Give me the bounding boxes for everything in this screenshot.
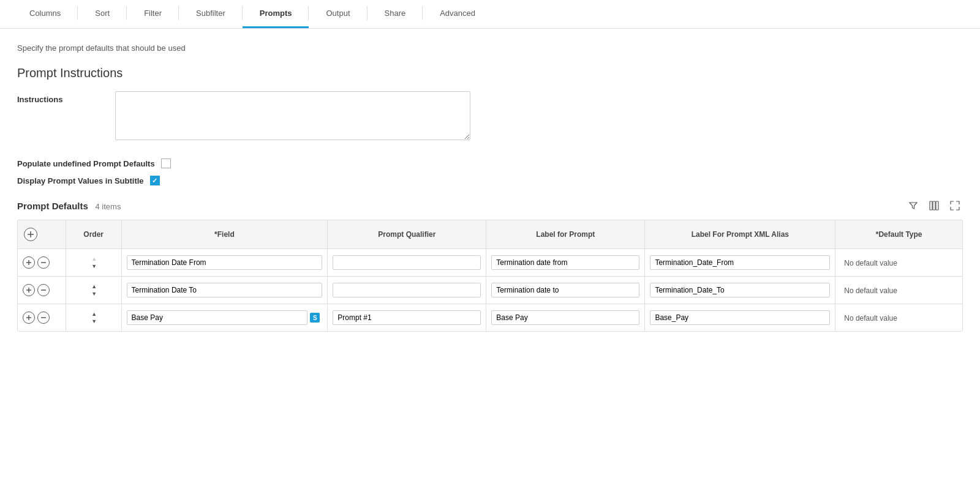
prompt-defaults-header: Prompt Defaults 4 items	[17, 198, 963, 214]
row2-add-button[interactable]	[23, 284, 35, 296]
row1-down-arrow[interactable]: ▼	[91, 263, 97, 269]
row3-add-button[interactable]	[23, 312, 35, 324]
svg-rect-0	[930, 201, 932, 210]
display-label: Display Prompt Values in Subtitle	[17, 176, 144, 185]
row2-label-xml-alias-input[interactable]	[650, 283, 830, 297]
row3-prompt-qualifier-input[interactable]	[333, 310, 481, 325]
row2-order-arrows: ▲ ▼	[91, 283, 97, 297]
table-row: ▲ ▼ S	[18, 304, 962, 332]
row3-actions	[18, 304, 66, 332]
row3-order: ▲ ▼	[66, 304, 121, 332]
expand-icon[interactable]	[947, 198, 963, 214]
tabs-bar: Columns Sort Filter Subfilter Prompts Ou…	[0, 0, 980, 29]
row2-label-xml-alias	[645, 277, 835, 304]
columns-icon[interactable]	[926, 198, 942, 214]
row2-field-input[interactable]	[127, 283, 323, 297]
section-title: Prompt Instructions	[17, 66, 963, 80]
row1-order-arrows: ▲ ▼	[91, 256, 97, 269]
display-row: Display Prompt Values in Subtitle	[17, 176, 963, 185]
row1-default-type-text: No default value	[840, 259, 897, 267]
row2-prompt-qualifier	[328, 277, 486, 304]
row1-label-for-prompt	[486, 249, 645, 277]
th-label-xml-alias: Label For Prompt XML Alias	[645, 220, 835, 249]
instructions-row: Instructions	[17, 91, 963, 140]
row3-down-arrow[interactable]: ▼	[91, 318, 97, 324]
page-subtitle: Specify the prompt defaults that should …	[17, 43, 963, 53]
row1-field	[121, 249, 328, 277]
populate-row: Populate undefined Prompt Defaults	[17, 159, 963, 168]
row2-label-for-prompt	[486, 277, 645, 304]
row3-field-input[interactable]	[127, 310, 308, 325]
row1-up-arrow[interactable]: ▲	[91, 256, 97, 262]
add-row-button[interactable]	[24, 228, 37, 241]
tab-sort[interactable]: Sort	[78, 0, 127, 28]
filter-icon[interactable]	[905, 198, 921, 214]
row1-prompt-qualifier-input[interactable]	[333, 255, 481, 270]
instructions-textarea[interactable]	[115, 91, 470, 140]
row3-prompt-qualifier	[328, 304, 486, 332]
base-pay-badge: S	[310, 313, 320, 323]
row1-default-type: No default value	[835, 249, 962, 277]
row1-order: ▲ ▼	[66, 249, 121, 277]
tab-columns[interactable]: Columns	[12, 0, 78, 28]
prompt-defaults-title: Prompt Defaults	[17, 201, 88, 211]
populate-checkbox[interactable]	[161, 159, 171, 168]
row1-prompt-qualifier	[328, 249, 486, 277]
row2-label-for-prompt-input[interactable]	[491, 283, 639, 297]
prompt-table: Order *Field Prompt Qualifier Label for …	[18, 220, 962, 331]
row2-order: ▲ ▼	[66, 277, 121, 304]
row3-default-type: No default value	[835, 304, 962, 332]
row2-prompt-qualifier-input[interactable]	[333, 283, 481, 297]
prompt-defaults-title-area: Prompt Defaults 4 items	[17, 201, 121, 211]
table-row: ▲ ▼	[18, 249, 962, 277]
tab-prompts[interactable]: Prompts	[243, 0, 309, 28]
row2-actions	[18, 277, 66, 304]
th-default-type: *Default Type	[835, 220, 962, 249]
row1-label-for-prompt-input[interactable]	[491, 255, 639, 270]
tab-share[interactable]: Share	[368, 0, 423, 28]
row2-remove-button[interactable]	[37, 284, 50, 296]
row1-actions	[18, 249, 66, 277]
tab-output[interactable]: Output	[309, 0, 367, 28]
table-row: ▲ ▼	[18, 277, 962, 304]
row3-default-type-text: No default value	[840, 314, 897, 323]
row2-up-arrow[interactable]: ▲	[91, 283, 97, 289]
row2-default-type-text: No default value	[840, 286, 897, 295]
row1-label-xml-alias	[645, 249, 835, 277]
row3-label-xml-alias-input[interactable]	[650, 310, 830, 325]
th-prompt-qualifier: Prompt Qualifier	[328, 220, 486, 249]
instructions-label: Instructions	[17, 91, 115, 104]
row2-down-arrow[interactable]: ▼	[91, 291, 97, 297]
row3-label-for-prompt-input[interactable]	[491, 310, 639, 325]
svg-rect-2	[936, 201, 938, 210]
display-checkbox[interactable]	[150, 176, 160, 185]
row3-label-for-prompt	[486, 304, 645, 332]
row3-order-arrows: ▲ ▼	[91, 311, 97, 324]
row1-field-input[interactable]	[127, 255, 323, 270]
row1-remove-button[interactable]	[37, 256, 50, 269]
tab-advanced[interactable]: Advanced	[423, 0, 492, 28]
svg-rect-1	[933, 201, 935, 210]
th-add	[18, 220, 66, 249]
row2-field	[121, 277, 328, 304]
prompt-defaults-count: 4 items	[95, 202, 121, 211]
populate-label: Populate undefined Prompt Defaults	[17, 159, 155, 168]
th-order: Order	[66, 220, 121, 249]
row3-field: S	[121, 304, 328, 332]
tab-subfilter[interactable]: Subfilter	[179, 0, 243, 28]
row3-label-xml-alias	[645, 304, 835, 332]
tab-filter[interactable]: Filter	[127, 0, 179, 28]
row2-default-type: No default value	[835, 277, 962, 304]
row3-up-arrow[interactable]: ▲	[91, 311, 97, 317]
row1-label-xml-alias-input[interactable]	[650, 255, 830, 270]
header-icons	[905, 198, 963, 214]
th-label-for-prompt: Label for Prompt	[486, 220, 645, 249]
row3-remove-button[interactable]	[37, 312, 50, 324]
prompt-table-wrapper: Order *Field Prompt Qualifier Label for …	[17, 220, 963, 332]
row1-add-button[interactable]	[23, 256, 35, 269]
th-field: *Field	[121, 220, 328, 249]
